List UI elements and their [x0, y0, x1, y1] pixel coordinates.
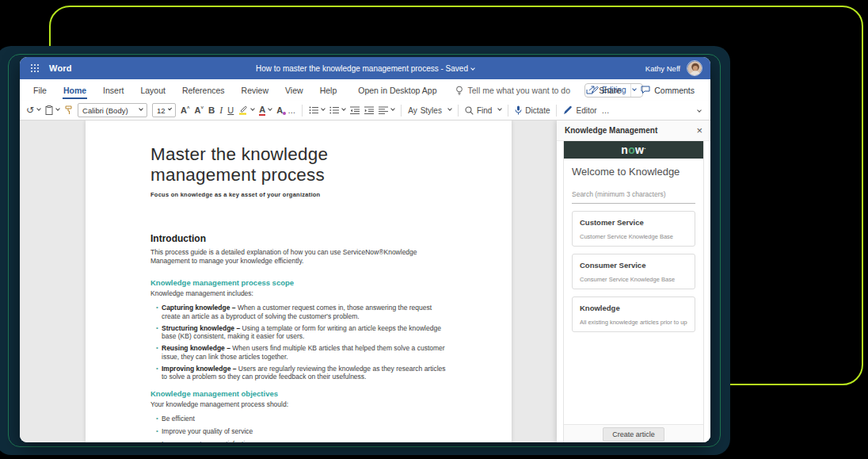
bullet-icon: • — [156, 344, 162, 361]
doc-lead-scope: Knowledge management includes: — [150, 289, 496, 298]
highlight-button[interactable] — [238, 105, 254, 115]
find-button[interactable]: Find — [465, 106, 501, 115]
list-item: •Improving knowledge – Users are regular… — [150, 365, 496, 381]
user-name: Kathy Neff — [645, 64, 680, 73]
list-item: •Structuring knowledge – Using a templat… — [150, 324, 496, 341]
align-text-icon — [379, 106, 388, 114]
decrease-indent-button[interactable] — [350, 106, 360, 114]
comments-button[interactable]: Comments — [631, 86, 704, 95]
tab-file[interactable]: File — [32, 81, 48, 99]
kb-card-knowledge[interactable]: Knowledge All existing knowledge article… — [572, 296, 695, 332]
chevron-down-icon — [36, 106, 41, 111]
styles-button[interactable]: Ay Styles — [408, 106, 451, 115]
doc-title: Master the knowledge management process — [150, 144, 496, 186]
undo-button[interactable]: ↺ — [26, 105, 40, 115]
chevron-down-icon — [697, 108, 702, 113]
alignment-button[interactable] — [379, 106, 394, 114]
close-icon[interactable]: × — [696, 125, 702, 136]
chevron-down-icon — [498, 106, 503, 111]
paste-button[interactable] — [45, 105, 59, 115]
kb-card-customer-service[interactable]: Customer Service Customer Service Knowle… — [572, 211, 695, 247]
underline-button[interactable]: U — [227, 105, 234, 115]
format-painter-icon — [64, 105, 73, 115]
divider — [508, 105, 508, 117]
tab-home[interactable]: Home — [63, 81, 87, 99]
chevron-down-icon — [447, 106, 452, 111]
grow-font-button[interactable]: A˄ — [181, 105, 189, 115]
collapse-ribbon-button[interactable] — [695, 106, 701, 115]
tab-help[interactable]: Help — [319, 81, 338, 99]
comment-icon — [641, 86, 650, 94]
panel-header: Knowledge Management × — [557, 120, 710, 141]
doc-lead-objectives: Your knowledge management process should… — [150, 400, 496, 409]
menu-bar: File Home Insert Layout References Revie… — [20, 79, 710, 101]
word-window: Word How to master the knowledge managem… — [20, 57, 710, 442]
servicenow-now-logo: now. — [621, 144, 645, 155]
bullet-list-icon — [309, 106, 318, 114]
bold-button[interactable]: B — [208, 105, 215, 115]
divider — [556, 105, 557, 117]
list-item: •Increase customer satisfaction — [150, 440, 496, 443]
share-button[interactable]: Share — [577, 86, 630, 95]
doc-subtitle: Focus on knowledge as a key asset of you… — [150, 191, 496, 198]
lightbulb-icon — [455, 86, 463, 95]
chevron-down-icon — [341, 106, 346, 111]
tab-layout[interactable]: Layout — [139, 81, 166, 99]
font-size-select[interactable]: 12 — [152, 103, 176, 117]
microphone-icon — [515, 105, 522, 115]
tab-review[interactable]: Review — [241, 81, 269, 99]
editor-pen-icon — [563, 105, 573, 115]
more-font-options-button[interactable]: … — [287, 106, 295, 115]
panel-title: Knowledge Management — [565, 126, 657, 135]
chevron-down-icon — [390, 106, 395, 111]
editor-button[interactable]: Editor — [563, 105, 596, 115]
chevron-down-icon — [470, 66, 475, 71]
clipboard-icon — [45, 105, 53, 115]
tell-me-search[interactable]: Tell me what you want to do — [455, 86, 570, 95]
avatar-photo — [687, 61, 702, 76]
welcome-heading: Welcome to Knowledge — [572, 166, 695, 178]
text-effects-button[interactable]: A — [276, 105, 283, 115]
doc-paragraph: This process guide is a detailed explana… — [150, 248, 496, 266]
tab-insert[interactable]: Insert — [102, 81, 124, 99]
chevron-down-icon — [55, 106, 60, 111]
italic-button[interactable]: I — [219, 105, 223, 117]
bullet-icon: • — [156, 415, 162, 423]
dictate-button[interactable]: Dictate — [515, 105, 550, 115]
increase-indent-button[interactable] — [364, 106, 374, 114]
doc-heading-objectives: Knowledge management objectives — [150, 389, 496, 398]
knowledge-search-input[interactable]: Search (minimum 3 characters) — [572, 186, 695, 204]
bullet-list-button[interactable] — [309, 106, 325, 114]
kb-card-consumer-service[interactable]: Consumer Service Consumer Service Knowle… — [572, 254, 695, 289]
chevron-down-icon — [168, 106, 172, 110]
document-title[interactable]: How to master the knowledge management p… — [20, 64, 710, 73]
font-name-select[interactable]: Calibri (Body) — [78, 103, 147, 117]
tab-references[interactable]: References — [181, 81, 226, 99]
create-article-button[interactable]: Create article — [603, 427, 664, 442]
doc-heading-introduction: Introduction — [150, 233, 496, 244]
format-painter-button[interactable] — [64, 105, 73, 115]
screenshot-stage: Word How to master the knowledge managem… — [0, 0, 868, 459]
bullet-icon: • — [156, 440, 162, 443]
content-area: Master the knowledge management process … — [20, 120, 710, 442]
list-item: •Capturing knowledge – When a customer r… — [150, 304, 496, 320]
avatar[interactable] — [687, 60, 702, 76]
font-color-button[interactable]: A — [259, 105, 272, 116]
tab-view[interactable]: View — [284, 81, 304, 99]
numbered-list-button[interactable] — [329, 106, 345, 114]
chevron-down-icon — [139, 106, 143, 111]
shrink-font-button[interactable]: A˅ — [195, 105, 204, 115]
ribbon-toolbar: ↺ Calibri (Body) 12 A˄ A˅ B I U — [20, 101, 710, 120]
divider — [302, 105, 303, 117]
document-page[interactable]: Master the knowledge management process … — [86, 120, 512, 442]
divider — [401, 105, 402, 117]
open-in-desktop-button[interactable]: Open in Desktop App — [358, 86, 436, 95]
more-commands-button[interactable]: … — [602, 106, 610, 115]
bullet-icon: • — [156, 304, 162, 320]
scope-bullet-list: •Capturing knowledge – When a customer r… — [150, 304, 496, 381]
chevron-down-icon — [250, 106, 255, 111]
list-item: •Be efficient — [150, 415, 496, 423]
chevron-down-icon — [268, 106, 272, 111]
objectives-bullet-list: •Be efficient •Improve your quality of s… — [150, 415, 496, 443]
increase-indent-icon — [364, 106, 374, 114]
